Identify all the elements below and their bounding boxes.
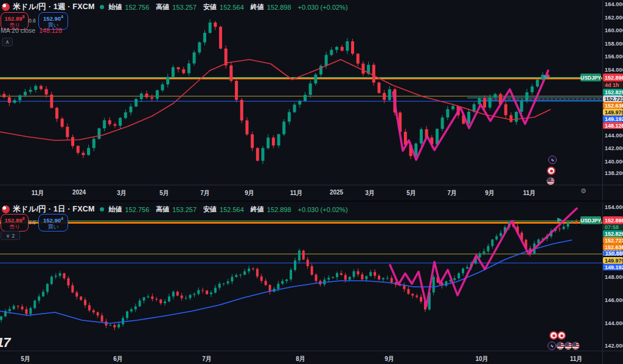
- candle-body: [168, 297, 170, 301]
- time-axis-label[interactable]: 5月: [159, 189, 169, 197]
- candle-body: [466, 267, 468, 269]
- candle-body: [315, 275, 318, 281]
- candle-body: [335, 47, 338, 50]
- time-axis-label[interactable]: 3月: [117, 189, 127, 197]
- candle-body: [325, 55, 328, 66]
- expand-indicators-button[interactable]: ∨2: [1, 231, 20, 240]
- price-pointer-icon: [557, 218, 562, 222]
- candle-body: [147, 297, 150, 297]
- time-axis-label[interactable]: 5月: [406, 189, 416, 197]
- time-axis-label[interactable]: 9月: [485, 189, 495, 197]
- buy-button[interactable]: 152.904 買い: [38, 214, 68, 232]
- candle-body: [330, 50, 333, 55]
- collapse-legend-button[interactable]: ∧: [2, 38, 13, 46]
- candle-body: [256, 269, 259, 276]
- time-axis-label[interactable]: 9月: [385, 355, 394, 363]
- time-axis-label[interactable]: 2025: [330, 189, 343, 196]
- us-event-icon[interactable]: [546, 177, 555, 185]
- candle-body: [75, 292, 78, 297]
- time-axis-label[interactable]: 7月: [447, 189, 457, 197]
- time-axis-label[interactable]: 9月: [245, 189, 254, 197]
- candle-body: [61, 118, 64, 126]
- time-axis-label[interactable]: 5月: [21, 355, 30, 363]
- time-axis-label[interactable]: 11月: [32, 189, 44, 197]
- price-tick: 142.000: [605, 343, 623, 349]
- price-label: 149.192: [603, 264, 623, 270]
- candle-body: [0, 94, 1, 96]
- time-axis-label[interactable]: 7月: [202, 355, 212, 363]
- candle-body: [101, 315, 103, 321]
- open-label: 始値: [109, 2, 122, 12]
- candle-body: [445, 281, 447, 286]
- time-axis-label[interactable]: 2024: [72, 189, 86, 196]
- daily-candlestick-chart[interactable]: [0, 202, 602, 351]
- candle-body: [309, 83, 312, 95]
- weekly-panel-header: 米ドル/円 · 1週 · FXCM 始値152.756 高値153.257 安値…: [2, 2, 348, 12]
- price-tick: 156.000: [605, 53, 623, 60]
- candle-body: [256, 148, 259, 161]
- candle-body: [451, 106, 454, 109]
- candle-body: [164, 301, 166, 303]
- candle-body: [416, 295, 418, 297]
- candle-body: [71, 286, 74, 293]
- candle-body: [80, 297, 82, 300]
- time-axis-border-bottom-panel: [0, 351, 623, 351]
- time-axis-label[interactable]: 11月: [523, 189, 536, 197]
- daily-chart-title[interactable]: 米ドル/円 · 1日 · FXCM: [13, 204, 95, 215]
- time-axis-label[interactable]: 8月: [296, 355, 305, 363]
- time-axis-label[interactable]: 11月: [570, 355, 583, 363]
- candle-body: [182, 69, 185, 73]
- candle-body: [156, 91, 159, 99]
- candle-body: [71, 137, 74, 146]
- price-tick: 144.000: [605, 132, 623, 139]
- candle-body: [361, 64, 364, 74]
- candle-body: [520, 101, 523, 112]
- price-tick: 148.000: [605, 274, 623, 280]
- ma-indicator-legend[interactable]: MA 20 close 148.128: [1, 27, 62, 34]
- candle-body: [446, 109, 449, 118]
- candle-body: [203, 33, 206, 43]
- candle-body: [302, 250, 305, 259]
- candle-body: [134, 306, 137, 309]
- gear-icon[interactable]: ⚙: [580, 187, 586, 195]
- jp-event-icon[interactable]: [547, 167, 555, 175]
- us-event-icon[interactable]: [571, 342, 580, 350]
- weekly-candlestick-chart[interactable]: [0, 0, 602, 185]
- time-axis-label[interactable]: 3月: [365, 189, 375, 197]
- close-label: 終値: [251, 2, 264, 12]
- candle-body: [351, 41, 354, 53]
- candle-body: [159, 300, 162, 303]
- candle-body: [34, 86, 37, 89]
- candle-body: [290, 270, 292, 280]
- us-event-icon[interactable]: [556, 342, 565, 350]
- candle-body: [515, 112, 518, 122]
- candle-body: [285, 280, 288, 281]
- candle-body: [227, 281, 229, 283]
- time-axis-label[interactable]: 6月: [113, 355, 123, 363]
- sell-button[interactable]: 152.898 売り: [1, 214, 29, 232]
- price-label: 07:58: [603, 224, 623, 230]
- low-label: 安値: [203, 2, 217, 12]
- price-tick: 154.000: [605, 204, 623, 210]
- weekly-chart-title[interactable]: 米ドル/円 · 1週 · FXCM: [13, 2, 95, 12]
- candle-body: [166, 77, 169, 84]
- candle-body: [172, 292, 175, 297]
- lightning-event-icon[interactable]: ϟ: [548, 156, 557, 164]
- watermark-17: 17: [0, 335, 10, 351]
- candle-body: [361, 274, 363, 279]
- time-axis-label[interactable]: 10月: [475, 355, 488, 363]
- candle-body: [181, 295, 183, 298]
- lightning-event-icon[interactable]: ϟ: [548, 342, 556, 350]
- jp-event-icon[interactable]: [557, 331, 566, 340]
- candle-body: [214, 287, 217, 292]
- time-axis-label[interactable]: 7月: [200, 189, 210, 197]
- time-axis-label[interactable]: 11月: [290, 189, 303, 197]
- candle-body: [185, 298, 187, 298]
- jp-event-icon[interactable]: [549, 331, 558, 340]
- candle-body: [214, 22, 217, 27]
- price-tick: 144.000: [605, 320, 623, 326]
- panel-divider[interactable]: [0, 201, 623, 202]
- candle-body: [307, 259, 309, 266]
- candle-body: [245, 120, 248, 134]
- candle-body: [130, 106, 133, 112]
